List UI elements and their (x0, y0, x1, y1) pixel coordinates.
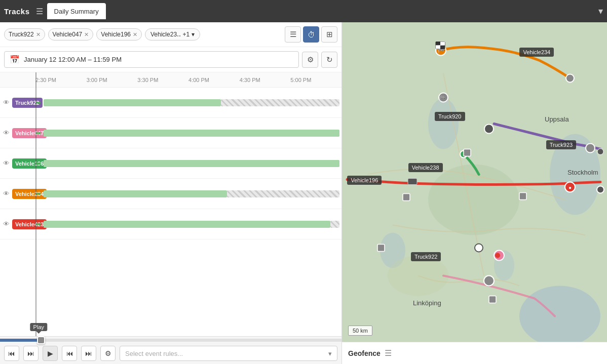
map-scale: 50 km (348, 326, 372, 336)
svg-point-20 (597, 186, 604, 193)
chip-truck922[interactable]: Truck922 ✕ (4, 28, 45, 41)
svg-point-29 (484, 276, 494, 286)
svg-rect-28 (489, 296, 496, 303)
eye-vehicle047[interactable]: 👁 (0, 129, 12, 137)
bar-vehicle423-hatched (330, 221, 339, 228)
track-row-vehicle423: 👁 Vehicle423 ➡ (0, 209, 342, 239)
eye-truck922[interactable]: 👁 (0, 99, 12, 106)
svg-rect-37 (436, 46, 440, 49)
chip-truck922-label: Truck922 (9, 31, 34, 38)
grid-view-btn[interactable]: ⊞ (321, 26, 337, 43)
svg-point-11 (484, 125, 494, 134)
skip-end-btn[interactable]: ⏭ (81, 346, 96, 361)
track-row-vehicle234: 👁 Vehicle234 ➡ (0, 179, 342, 209)
bar-container-vehicle047[interactable] (44, 130, 339, 137)
bar-row-vehicle234-arrow: ➡ (35, 190, 339, 197)
arrow-vehicle423: ➡ (35, 220, 43, 228)
svg-point-14 (586, 144, 595, 153)
progress-thumb[interactable]: Play (37, 336, 45, 344)
daily-summary-tab[interactable]: Daily Summary (47, 3, 106, 19)
list-view-btn[interactable]: ☰ (285, 26, 301, 43)
track-label-col-vehicle234: Vehicle234 (12, 189, 35, 199)
time-230: 2:30 PM (35, 77, 87, 83)
bar-vehicle234-hatched (227, 190, 339, 197)
event-select-arrow: ▾ (328, 350, 332, 357)
chip-vehicle196[interactable]: Vehicle196 ✕ (96, 28, 142, 41)
chip-truck922-close[interactable]: ✕ (36, 31, 41, 38)
track-bars-truck922: ➡ (35, 99, 342, 106)
chip-more[interactable]: Vehicle23‥ +1 ▾ (145, 28, 200, 41)
play-btn[interactable]: ▶ (43, 346, 58, 361)
bar-row-truck922-arrow: ➡ (35, 99, 339, 106)
time-400: 4:00 PM (188, 77, 240, 83)
svg-point-10 (566, 74, 574, 83)
svg-rect-34 (436, 42, 440, 46)
topbar-dropdown-icon[interactable]: ▾ (598, 6, 603, 17)
progress-bar-track[interactable]: Play (0, 339, 342, 342)
playback-controls: ⏮ ⏭ ▶ ⏭ ⏭ ⚙ Select event rules... ▾ (0, 343, 342, 364)
svg-rect-24 (464, 149, 471, 156)
svg-rect-25 (519, 193, 526, 200)
chip-vehicle196-close[interactable]: ✕ (133, 31, 137, 38)
track-row-vehicle047: 👁 Vehicle047 ➡ (0, 118, 342, 148)
svg-point-23 (495, 253, 500, 258)
bar-row-vehicle196-arrow: ➡ (35, 159, 339, 167)
settings-ctrl-btn[interactable]: ⚙ (100, 346, 116, 361)
label-vehicle234: Vehicle234 (519, 48, 554, 57)
bar-row-vehicle423-arrow: ➡ (35, 220, 339, 228)
bar-container-vehicle423[interactable] (44, 221, 339, 228)
track-label-col-vehicle196: Vehicle196 (12, 158, 35, 169)
event-select[interactable]: Select event rules... ▾ (120, 346, 337, 361)
chip-vehicle047-label: Vehicle047 (53, 31, 83, 38)
prev-btn[interactable]: ⏭ (23, 346, 39, 361)
timeline-area: 2:30 PM 3:00 PM 3:30 PM 4:00 PM 4:30 PM … (0, 72, 342, 336)
arrow-truck922: ➡ (35, 99, 43, 106)
geofence-title: Geofence (348, 349, 381, 357)
next-btn[interactable]: ⏭ (62, 346, 77, 361)
date-input[interactable]: 📅 January 12 12:00 AM – 11:59 PM (4, 51, 299, 68)
skip-start-btn[interactable]: ⏮ (4, 346, 19, 361)
svg-text:Linköping: Linköping (413, 299, 441, 307)
eye-vehicle423[interactable]: 👁 (0, 220, 12, 228)
left-panel: Truck922 ✕ Vehicle047 ✕ Vehicle196 ✕ Veh… (0, 22, 342, 364)
bar-truck922-hatched (221, 99, 339, 106)
geofence-menu-icon[interactable]: ☰ (385, 348, 392, 358)
timeline-view-btn[interactable]: ⏱ (303, 26, 319, 43)
bar-container-truck922[interactable] (44, 99, 339, 106)
bar-row-vehicle047-arrow: ➡ (35, 129, 339, 137)
bar-truck922-green (44, 99, 221, 106)
menu-icon[interactable]: ☰ (36, 7, 43, 16)
date-bar: 📅 January 12 12:00 AM – 11:59 PM ⚙ ↻ (0, 47, 342, 72)
track-row-truck922: 👁 Truck922 ➡ (0, 88, 342, 118)
label-truck923: Truck923 (546, 140, 576, 149)
chip-vehicle047[interactable]: Vehicle047 ✕ (48, 28, 94, 41)
timeline-spacer (0, 239, 342, 280)
svg-rect-27 (377, 245, 385, 252)
eye-vehicle234[interactable]: 👁 (0, 190, 12, 197)
svg-rect-35 (440, 46, 445, 49)
svg-text:●: ● (568, 185, 572, 190)
geofence-bar: Geofence ☰ (342, 342, 607, 364)
chip-vehicle047-close[interactable]: ✕ (84, 31, 89, 38)
refresh-btn[interactable]: ↻ (321, 52, 337, 68)
track-bars-vehicle196: ➡ (35, 159, 342, 167)
track-label-col-truck922: Truck922 (12, 98, 35, 108)
eye-vehicle196[interactable]: 👁 (0, 159, 12, 167)
filter-bar: Truck922 ✕ Vehicle047 ✕ Vehicle196 ✕ Veh… (0, 22, 342, 47)
bar-vehicle423-green (44, 221, 330, 228)
map-background: 🏁 🏁 ● (342, 22, 607, 342)
svg-text:Uppsala: Uppsala (545, 115, 569, 123)
filter-settings-btn[interactable]: ⚙ (302, 52, 318, 68)
bar-container-vehicle234[interactable] (44, 190, 339, 197)
label-vehicle238: Vehicle238 (408, 163, 443, 172)
timeline-header: 2:30 PM 3:00 PM 3:30 PM 4:00 PM 4:30 PM … (0, 72, 342, 88)
svg-text:Stockholm: Stockholm (567, 169, 598, 176)
svg-rect-26 (403, 194, 410, 201)
app-title: Tracks (4, 7, 30, 16)
time-330: 3:30 PM (137, 77, 188, 83)
progress-bar-fill (0, 339, 41, 342)
bar-container-vehicle196[interactable] (44, 160, 339, 167)
view-icons: ☰ ⏱ ⊞ (285, 26, 337, 43)
playback-area: Play ⏮ ⏭ ▶ ⏭ ⏭ ⚙ Select event rules... ▾ (0, 336, 342, 364)
svg-point-15 (597, 149, 603, 155)
